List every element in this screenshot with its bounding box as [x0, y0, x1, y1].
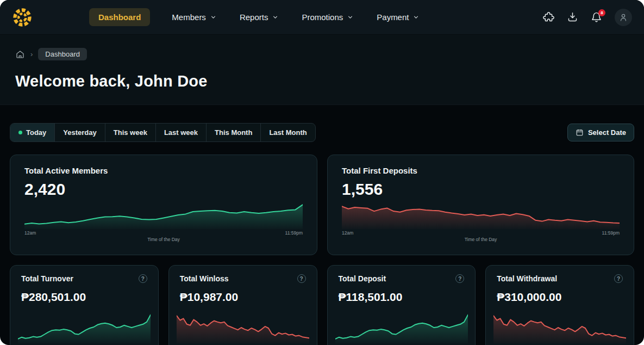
card-title: Total Active Members	[24, 166, 303, 175]
select-date-button[interactable]: Select Date	[567, 124, 634, 141]
help-icon[interactable]: ?	[455, 274, 464, 283]
help-icon[interactable]: ?	[139, 274, 147, 283]
filter-row: Today Yesterday This week Last week This…	[10, 123, 634, 142]
nav-label: Promotions	[302, 13, 343, 22]
main-content: Today Yesterday This week Last week This…	[0, 105, 644, 345]
person-icon	[618, 13, 628, 22]
mini-card-turnover: Total Turnover ? ₱280,501.00	[10, 265, 159, 345]
mini-card-deposit: Total Deposit ? ₱118,501.00	[327, 265, 476, 345]
card-value: ₱280,501.00	[21, 291, 147, 304]
extensions-button[interactable]	[543, 11, 554, 23]
x-axis-start: 12am	[24, 230, 36, 236]
card-title: Total First Deposits	[342, 166, 620, 175]
nav-item-members[interactable]: Members	[171, 8, 218, 26]
first-deposits-chart	[342, 201, 620, 229]
nav-item-promotions[interactable]: Promotions	[301, 8, 355, 26]
winloss-sparkline	[177, 311, 309, 343]
help-icon[interactable]: ?	[614, 274, 623, 283]
card-value: ₱118,501.00	[339, 291, 465, 304]
x-axis-end: 11:59pm	[602, 230, 620, 236]
brand-logo[interactable]	[12, 7, 33, 28]
card-value: 2,420	[24, 180, 303, 199]
withdrawal-sparkline	[493, 311, 626, 343]
tab-this-week[interactable]: This week	[105, 124, 156, 141]
date-range-tabs: Today Yesterday This week Last week This…	[10, 123, 316, 142]
home-breadcrumb-link[interactable]	[15, 50, 25, 59]
notification-badge: 8	[598, 9, 605, 16]
main-menu: Dashboard Members Reports Promotions Pay…	[89, 8, 421, 26]
stat-cards-row: Total Active Members 2,420 12am 11:59pm …	[10, 155, 634, 255]
breadcrumb-separator-icon: ›	[30, 50, 33, 58]
nav-item-reports[interactable]: Reports	[239, 8, 280, 26]
x-axis-end: 11:59pm	[285, 230, 303, 236]
chevron-down-icon	[272, 14, 279, 21]
deposit-sparkline	[335, 311, 468, 343]
puzzle-icon	[543, 11, 554, 23]
user-avatar[interactable]	[615, 9, 632, 26]
download-icon	[567, 11, 578, 23]
notifications-button[interactable]: 8	[591, 11, 602, 23]
nav-label: Reports	[240, 13, 268, 22]
nav-label: Dashboard	[98, 13, 141, 22]
card-title: Total Withdrawal	[497, 274, 557, 283]
nav-label: Payment	[377, 13, 409, 22]
download-button[interactable]	[567, 11, 578, 23]
tab-last-week[interactable]: Last week	[156, 124, 207, 141]
tab-last-month[interactable]: Last Month	[261, 124, 315, 141]
stat-card-active-members: Total Active Members 2,420 12am 11:59pm …	[10, 155, 317, 255]
x-axis-label: Time of the Day	[24, 237, 303, 242]
nav-label: Members	[172, 13, 206, 22]
coin-logo-icon	[12, 8, 32, 27]
card-title: Total Winloss	[180, 274, 229, 283]
active-dot	[18, 131, 22, 134]
card-value: 1,556	[342, 180, 620, 199]
chevron-down-icon	[347, 14, 354, 21]
chevron-down-icon	[412, 14, 420, 21]
card-title: Total Turnover	[21, 274, 73, 283]
card-title: Total Deposit	[339, 274, 386, 283]
tab-this-month[interactable]: This Month	[207, 124, 261, 141]
hero-section: › Dashboard Welcome back, John Doe	[0, 35, 644, 105]
x-axis-label: Time of the Day	[342, 237, 620, 242]
home-icon	[15, 50, 25, 59]
tab-yesterday[interactable]: Yesterday	[55, 124, 105, 141]
x-axis: 12am 11:59pm	[342, 230, 620, 236]
mini-cards-row: Total Turnover ? ₱280,501.00 Total Winlo…	[10, 265, 634, 345]
card-value: ₱310,000.00	[497, 291, 623, 304]
card-value: ₱10,987.00	[180, 291, 306, 304]
calendar-icon	[576, 128, 584, 137]
tab-today[interactable]: Today	[10, 124, 55, 141]
turnover-sparkline	[18, 311, 151, 343]
nav-item-payment[interactable]: Payment	[376, 8, 421, 26]
nav-item-dashboard[interactable]: Dashboard	[89, 8, 150, 26]
mini-card-winloss: Total Winloss ? ₱10,987.00	[168, 265, 317, 345]
top-nav: Dashboard Members Reports Promotions Pay…	[0, 0, 644, 35]
mini-card-withdrawal: Total Withdrawal ? ₱310,000.00	[485, 265, 634, 345]
chevron-down-icon	[210, 14, 217, 21]
page-title: Welcome back, John Doe	[15, 72, 629, 90]
dashboard-app: Dashboard Members Reports Promotions Pay…	[0, 0, 644, 345]
nav-actions: 8	[543, 9, 632, 26]
x-axis: 12am 11:59pm	[24, 230, 303, 236]
breadcrumb-current[interactable]: Dashboard	[38, 48, 87, 60]
help-icon[interactable]: ?	[297, 274, 306, 283]
active-members-chart	[24, 201, 303, 229]
x-axis-start: 12am	[342, 230, 353, 236]
stat-card-first-deposits: Total First Deposits 1,556 12am 11:59pm …	[327, 155, 634, 255]
breadcrumb: › Dashboard	[15, 48, 629, 60]
